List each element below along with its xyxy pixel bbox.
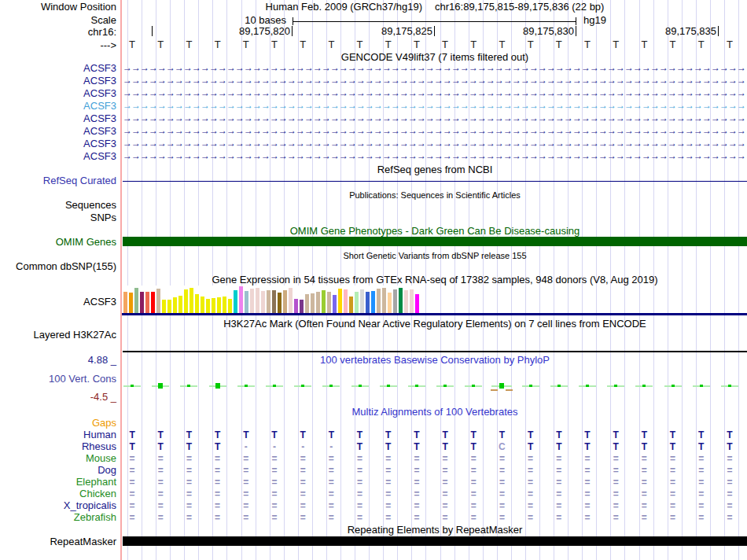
base-aligned: = bbox=[687, 512, 716, 523]
base-aligned: = bbox=[630, 465, 658, 476]
gene-label[interactable]: ACSF3 bbox=[0, 126, 116, 137]
base-aligned: = bbox=[146, 500, 175, 511]
base-aligned: = bbox=[517, 512, 545, 523]
coordinate-label[interactable]: 89,175,825 bbox=[338, 26, 432, 37]
transcript-arrow-line[interactable]: →→→→→→→→→→→→→→→→→→→→→→→→→→→→→→→→→→→→→→→→… bbox=[123, 113, 747, 124]
gene-label[interactable]: ACSF3 bbox=[0, 101, 116, 112]
species-label-human[interactable]: Human bbox=[0, 429, 116, 440]
cons-score-tick bbox=[415, 385, 418, 387]
gene-label[interactable]: ACSF3 bbox=[0, 138, 116, 149]
conservation-mark bbox=[232, 381, 260, 392]
window-position-label: Window Position bbox=[0, 2, 116, 13]
refseq-curated-label[interactable]: RefSeq Curated bbox=[0, 175, 116, 186]
gencode-transcript-row[interactable]: ACSF3→→→→→→→→→→→→→→→→→→→→→→→→→→→→→→→→→→→… bbox=[0, 63, 747, 74]
scale-label: Scale bbox=[0, 15, 116, 26]
alignment-row-human[interactable]: TTTTTTTTTTTTTTTTTTTTTT bbox=[118, 429, 744, 440]
h3k27ac-baseline[interactable] bbox=[123, 351, 747, 352]
base-aligned: = bbox=[118, 465, 146, 476]
species-label-zebrafish[interactable]: Zebrafish bbox=[0, 512, 116, 523]
base-T: T bbox=[602, 39, 630, 50]
transcript-arrow-line[interactable]: →→→→→→→→→→→→→→→→→→→→→→→→→→→→→→→→→→→→→→→→… bbox=[123, 151, 747, 162]
layered-h3k27ac-label[interactable]: Layered H3K27Ac bbox=[0, 330, 116, 341]
gene-label[interactable]: ACSF3 bbox=[0, 88, 116, 99]
repeatmasker-element-bar[interactable] bbox=[123, 536, 747, 546]
transcript-arrow-line[interactable]: →→→→→→→→→→→→→→→→→→→→→→→→→→→→→→→→→→→→→→→→… bbox=[123, 138, 747, 149]
repeatmasker-label[interactable]: RepeatMasker bbox=[0, 536, 116, 547]
alignment-row-rhesus[interactable]: TTTT----TTTTTCTTTTTTTT bbox=[118, 441, 744, 452]
coordinate-label[interactable]: 89,175,835 bbox=[622, 26, 716, 37]
conservation-track-label[interactable]: 100 Vert. Cons bbox=[0, 374, 116, 385]
base-aligned: = bbox=[204, 488, 232, 499]
base-gap: - bbox=[289, 441, 317, 452]
base-aligned: = bbox=[317, 488, 345, 499]
coordinate-label[interactable]: 89,175,830 bbox=[480, 26, 574, 37]
gencode-transcript-row[interactable]: ACSF3→→→→→→→→→→→→→→→→→→→→→→→→→→→→→→→→→→→… bbox=[0, 101, 747, 112]
base-aligned: = bbox=[517, 453, 545, 464]
gencode-transcript-row[interactable]: ACSF3→→→→→→→→→→→→→→→→→→→→→→→→→→→→→→→→→→→… bbox=[0, 88, 747, 99]
omim-gene-bar[interactable] bbox=[123, 237, 747, 246]
transcript-arrow-line[interactable]: →→→→→→→→→→→→→→→→→→→→→→→→→→→→→→→→→→→→→→→→… bbox=[123, 126, 747, 137]
base-T: T bbox=[431, 441, 459, 452]
gencode-transcript-row[interactable]: ACSF3→→→→→→→→→→→→→→→→→→→→→→→→→→→→→→→→→→→… bbox=[0, 113, 747, 124]
species-label-rhesus[interactable]: Rhesus bbox=[0, 441, 116, 452]
cons-score-tick bbox=[700, 385, 703, 387]
base-T: T bbox=[687, 39, 716, 50]
gtex-tissue-bar bbox=[212, 298, 215, 314]
gene-label[interactable]: ACSF3 bbox=[0, 76, 116, 87]
species-label-x_tropicalis[interactable]: X_tropicalis bbox=[0, 500, 116, 511]
reference-base-row[interactable]: TTTTTTTTTTTTTTTTTTTTTT bbox=[118, 39, 744, 50]
base-T: T bbox=[459, 441, 488, 452]
common-dbsnp-label[interactable]: Common dbSNP(155) bbox=[0, 261, 116, 272]
refseq-gene-line[interactable] bbox=[123, 181, 747, 182]
alignment-row-zebrafish[interactable]: ====================== bbox=[118, 512, 744, 523]
base-aligned: = bbox=[716, 453, 744, 464]
snps-label[interactable]: SNPs bbox=[0, 212, 116, 223]
alignment-row-dog[interactable]: ====================== bbox=[118, 465, 744, 476]
transcript-arrow-line[interactable]: →→→→→→→→→→→→→→→→→→→→→→→→→→→→→→→→→→→→→→→→… bbox=[123, 101, 747, 112]
species-label-dog[interactable]: Dog bbox=[0, 465, 116, 476]
gtex-tissue-bar bbox=[338, 289, 342, 314]
gencode-transcript-row[interactable]: ACSF3→→→→→→→→→→→→→→→→→→→→→→→→→→→→→→→→→→→… bbox=[0, 126, 747, 137]
gencode-transcript-row[interactable]: ACSF3→→→→→→→→→→→→→→→→→→→→→→→→→→→→→→→→→→→… bbox=[0, 76, 747, 87]
base-aligned: = bbox=[459, 465, 488, 476]
gene-label[interactable]: ACSF3 bbox=[0, 113, 116, 124]
transcript-arrow-line[interactable]: →→→→→→→→→→→→→→→→→→→→→→→→→→→→→→→→→→→→→→→→… bbox=[123, 88, 747, 99]
sequences-label[interactable]: Sequences bbox=[0, 200, 116, 211]
base-aligned: = bbox=[459, 488, 488, 499]
alignment-row-mouse[interactable]: ====================== bbox=[118, 453, 744, 464]
gtex-gene-label[interactable]: ACSF3 bbox=[0, 297, 116, 308]
base-aligned: = bbox=[403, 477, 431, 488]
dbsnp-track-title: Short Genetic Variants from dbSNP releas… bbox=[123, 250, 747, 261]
base-aligned: = bbox=[517, 477, 545, 488]
transcript-arrow-line[interactable]: →→→→→→→→→→→→→→→→→→→→→→→→→→→→→→→→→→→→→→→→… bbox=[123, 76, 747, 87]
alignment-row-elephant[interactable]: ====================== bbox=[118, 477, 744, 488]
omim-genes-label[interactable]: OMIM Genes bbox=[0, 237, 116, 248]
base-aligned: = bbox=[573, 477, 602, 488]
base-aligned: = bbox=[602, 477, 630, 488]
transcript-arrow-line[interactable]: →→→→→→→→→→→→→→→→→→→→→→→→→→→→→→→→→→→→→→→→… bbox=[123, 63, 747, 74]
species-label-mouse[interactable]: Mouse bbox=[0, 453, 116, 464]
gene-label[interactable]: ACSF3 bbox=[0, 151, 116, 162]
gene-label[interactable]: ACSF3 bbox=[0, 63, 116, 74]
species-label-chicken[interactable]: Chicken bbox=[0, 488, 116, 499]
gencode-transcript-row[interactable]: ACSF3→→→→→→→→→→→→→→→→→→→→→→→→→→→→→→→→→→→… bbox=[0, 138, 747, 149]
base-aligned: = bbox=[658, 488, 686, 499]
alignment-row-chicken[interactable]: ====================== bbox=[118, 488, 744, 499]
base-aligned: = bbox=[317, 512, 345, 523]
base-T: T bbox=[345, 39, 374, 50]
conservation-wiggle[interactable] bbox=[118, 381, 744, 392]
cons-score-tick bbox=[301, 385, 304, 387]
alignment-row-x_tropicalis[interactable]: ====================== bbox=[118, 500, 744, 511]
base-C: C bbox=[488, 441, 516, 452]
gtex-tissue-bar bbox=[410, 289, 414, 314]
conservation-mark bbox=[431, 381, 459, 392]
coordinate-label[interactable]: 89,175,820 bbox=[196, 26, 290, 37]
gtex-expression-chart[interactable] bbox=[122, 286, 422, 314]
conservation-min-value: -4.5 _ bbox=[0, 392, 116, 403]
species-label-elephant[interactable]: Elephant bbox=[0, 477, 116, 488]
coordinate-tick bbox=[576, 26, 576, 36]
species-label-gaps[interactable]: Gaps bbox=[0, 418, 116, 429]
base-aligned: = bbox=[630, 500, 658, 511]
alignment-row-gaps[interactable] bbox=[118, 418, 744, 429]
gencode-transcript-row[interactable]: ACSF3→→→→→→→→→→→→→→→→→→→→→→→→→→→→→→→→→→→… bbox=[0, 151, 747, 162]
